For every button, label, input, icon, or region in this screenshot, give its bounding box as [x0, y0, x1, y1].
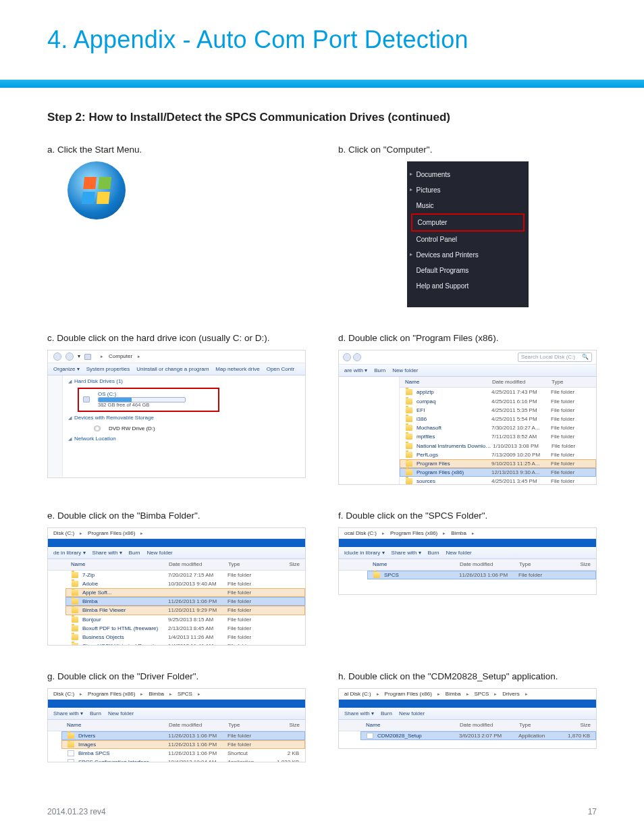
start-menu-item[interactable]: Devices and Printers	[407, 247, 529, 263]
toolbar-item[interactable]: New folder	[147, 550, 173, 556]
toolbar-item[interactable]: Burn	[129, 550, 140, 556]
breadcrumb[interactable]: Disk (C:)Program Files (x86)BimbaSPCS	[48, 689, 305, 700]
start-menu-item[interactable]: Default Programs	[407, 263, 529, 278]
breadcrumb-segment[interactable]: SPCS	[178, 691, 192, 697]
table-row[interactable]: National Instruments Downloads1/10/2013 …	[400, 442, 596, 450]
toolbar-item[interactable]: Open Contr	[267, 366, 294, 372]
step-g-label: g. Double click on the "Driver Folder".	[47, 671, 306, 681]
toolbar-item[interactable]: Burn	[90, 710, 101, 716]
toolbar[interactable]: Share with ▾BurnNew folder	[48, 708, 305, 720]
toolbar-item[interactable]: System properties	[86, 366, 130, 372]
toolbar-item[interactable]: New folder	[108, 710, 134, 716]
back-button[interactable]	[343, 353, 351, 361]
file-icon	[68, 750, 74, 756]
table-row[interactable]: Adobe10/30/2013 9:40 AMFile folder	[65, 579, 305, 588]
toolbar[interactable]: de in library ▾Share with ▾BurnNew folde…	[48, 547, 305, 559]
start-menu-item[interactable]: Control Panel	[407, 232, 529, 247]
toolbar-item[interactable]: New folder	[399, 710, 425, 716]
breadcrumb[interactable]: ocal Disk (C:)Program Files (x86)Bimba	[339, 528, 596, 539]
windows-logo-icon	[82, 177, 111, 204]
table-row[interactable]: Program Files (x86)12/13/2013 9:30 A...F…	[400, 468, 596, 477]
columns-header[interactable]: Name Date modified Type Size	[339, 559, 596, 570]
toolbar-item[interactable]: Uninstall or change a program	[136, 366, 209, 372]
search-input[interactable]: Search Local Disk (C:)🔍	[518, 353, 592, 362]
table-row[interactable]: CDM20828_Setup3/6/2013 2:07 PMApplicatio…	[360, 731, 596, 740]
table-row[interactable]: Bimba File Viewer11/20/2011 9:29 PMFile …	[65, 606, 305, 615]
breadcrumb-segment[interactable]: Program Files (x86)	[385, 691, 432, 697]
table-row[interactable]: Bimba11/26/2013 1:06 PMFile folder	[65, 597, 305, 606]
forward-button[interactable]	[353, 353, 361, 361]
table-row[interactable]: applztp4/25/2011 7:43 PMFile folder	[400, 388, 596, 396]
table-row[interactable]: 7-Zip7/20/2012 7:15 AMFile folder	[65, 571, 305, 579]
toolbar[interactable]: Organize ▾System propertiesUninstall or …	[48, 363, 305, 375]
columns-header[interactable]: Name Date modified Type	[400, 377, 596, 388]
toolbar-item[interactable]: de in library ▾	[53, 550, 86, 556]
toolbar-item[interactable]: iclude in library ▾	[344, 550, 385, 556]
table-row[interactable]: EFI4/25/2011 5:35 PMFile folder	[400, 406, 596, 415]
table-row[interactable]: Program Files9/10/2013 11:25 A...File fo…	[400, 459, 596, 468]
table-row[interactable]: Images11/26/2013 1:06 PMFile folder	[61, 740, 305, 749]
table-row[interactable]: SPCS11/26/2013 1:06 PMFile folder	[367, 571, 596, 579]
toolbar-item[interactable]: Share with ▾	[92, 550, 122, 556]
breadcrumb[interactable]: al Disk (C:)Program Files (x86)BimbaSPCS…	[339, 689, 596, 700]
toolbar-item[interactable]: Share with ▾	[392, 550, 421, 556]
breadcrumb-segment[interactable]: Program Files (x86)	[390, 530, 437, 536]
group-hdd: ◢Hard Disk Drives (1)	[63, 375, 305, 388]
toolbar[interactable]: iclude in library ▾Share with ▾BurnNew f…	[339, 547, 596, 559]
toolbar-item[interactable]: Burn	[428, 550, 439, 556]
start-menu-item[interactable]: Music	[407, 198, 529, 213]
table-row[interactable]: compaq4/25/2011 6:16 PMFile folder	[400, 397, 596, 406]
toolbar-item[interactable]: Burn	[374, 367, 385, 373]
breadcrumb-segment[interactable]: Program Files (x86)	[88, 530, 135, 536]
start-menu-item[interactable]: Pictures	[407, 182, 529, 198]
dvd-drive[interactable]: DVD RW Drive (D:)	[78, 424, 305, 433]
table-row[interactable]: i3864/25/2011 5:54 PMFile folder	[400, 415, 596, 423]
columns-header[interactable]: Name Date modified Type Size	[339, 720, 596, 731]
table-row[interactable]: Bimba SPCS11/26/2013 1:06 PMShortcut2 KB	[61, 749, 305, 758]
table-row[interactable]: Mochasoft7/30/2012 10:27 A...File folder	[400, 423, 596, 432]
breadcrumb-segment[interactable]: al Disk (C:)	[344, 691, 371, 697]
toolbar-item[interactable]: New folder	[446, 550, 472, 556]
folder-icon	[72, 598, 78, 604]
drive-c[interactable]: OS (C:) 382 GB free of 464 GB	[78, 388, 219, 412]
toolbar-item[interactable]: Share with ▾	[344, 710, 374, 716]
table-row[interactable]: Bonjour9/25/2013 8:15 AMFile folder	[65, 615, 305, 624]
breadcrumb-segment[interactable]: Bimba	[451, 530, 466, 536]
table-row[interactable]: Business Objects1/4/2013 11:26 AMFile fo…	[65, 633, 305, 642]
toolbar-item[interactable]: Organize ▾	[53, 366, 80, 372]
table-row[interactable]: Cisco UCCX Historical Reports1/4/2013 11…	[65, 642, 305, 646]
breadcrumb-segment[interactable]: Program Files (x86)	[88, 691, 135, 697]
breadcrumb[interactable]: Disk (C:)Program Files (x86)	[48, 528, 305, 539]
explorer-local-disk: Search Local Disk (C:)🔍 are with ▾BurnNe…	[338, 350, 597, 485]
breadcrumb-segment[interactable]: SPCS	[475, 691, 489, 697]
toolbar-item[interactable]: are with ▾	[344, 367, 367, 373]
breadcrumb-segment[interactable]: Drivers	[502, 691, 519, 697]
toolbar[interactable]: Share with ▾BurnNew folder	[339, 708, 596, 720]
disk-icon	[83, 396, 90, 402]
table-row[interactable]: Drivers11/26/2013 1:06 PMFile folder	[61, 731, 305, 740]
toolbar-item[interactable]: Map network drive	[215, 366, 259, 372]
start-menu-item[interactable]: Computer	[411, 213, 525, 232]
breadcrumb-segment[interactable]: ocal Disk (C:)	[344, 530, 377, 536]
table-row[interactable]: Apple Soft...File folder	[65, 588, 305, 597]
toolbar-item[interactable]: New folder	[392, 367, 418, 373]
breadcrumb-segment[interactable]: Bimba	[149, 691, 164, 697]
table-row[interactable]: sources4/25/2011 3:45 PMFile folder	[400, 477, 596, 485]
start-menu-item[interactable]: Help and Support	[407, 278, 529, 294]
toolbar[interactable]: are with ▾BurnNew folder	[339, 365, 596, 377]
table-row[interactable]: SPCS Configuration Interface10/4/2013 10…	[61, 758, 305, 762]
columns-header[interactable]: Name Date modified Type Size	[48, 720, 305, 731]
breadcrumb-segment[interactable]: Disk (C:)	[53, 691, 74, 697]
breadcrumb-segment[interactable]: Bimba	[446, 691, 461, 697]
columns-header[interactable]: Name Date modified Type Size	[48, 559, 305, 570]
toolbar-item[interactable]: Share with ▾	[53, 710, 83, 716]
start-menu-item[interactable]: Documents	[407, 167, 529, 182]
table-row[interactable]: mptfiles7/11/2013 8:52 AMFile folder	[400, 432, 596, 441]
breadcrumb-segment[interactable]: Disk (C:)	[53, 530, 74, 536]
toolbar-item[interactable]: Burn	[381, 710, 392, 716]
breadcrumb[interactable]: ▾ Computer	[48, 350, 305, 363]
start-button[interactable]	[68, 161, 126, 219]
file-rows: Drivers11/26/2013 1:06 PMFile folderImag…	[48, 731, 305, 762]
table-row[interactable]: PerfLogs7/13/2009 10:20 PMFile folder	[400, 450, 596, 459]
table-row[interactable]: Boxoft PDF to HTML (freeware)2/13/2013 8…	[65, 624, 305, 633]
